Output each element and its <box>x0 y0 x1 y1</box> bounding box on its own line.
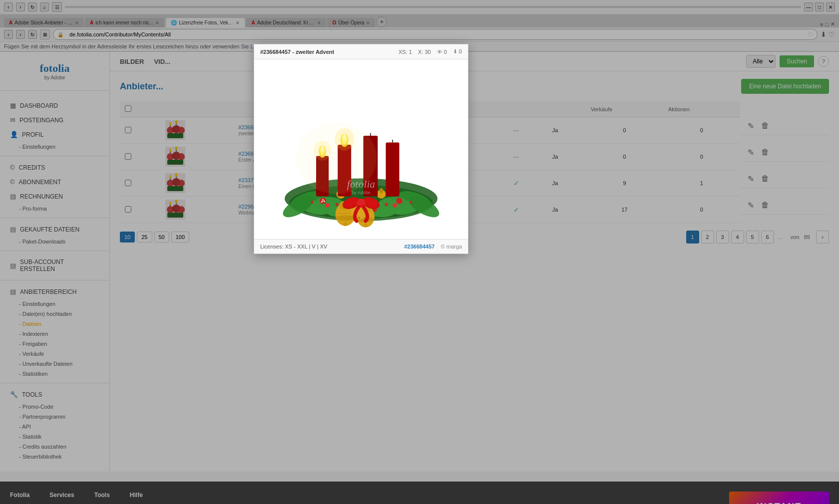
preview-footer: Licenses: XS - XXL | V | XV #236684457 ©… <box>254 239 468 253</box>
svg-point-82 <box>380 188 383 193</box>
svg-point-73 <box>358 217 360 219</box>
svg-point-50 <box>325 203 330 208</box>
svg-text:fotolia: fotolia <box>347 178 375 190</box>
advent-wreath-svg: ★ ★ ★ ★ ★ <box>271 64 451 234</box>
svg-point-52 <box>393 203 397 208</box>
preview-id-title: #236684457 - zweiter Advent <box>260 49 334 55</box>
preview-footer-right: #236684457 © marga <box>404 244 462 250</box>
svg-point-57 <box>324 201 325 202</box>
preview-downloads: ⬇ 0 <box>453 48 462 55</box>
svg-rect-87 <box>386 143 400 197</box>
svg-point-70 <box>364 224 367 227</box>
svg-text:by Adobe: by Adobe <box>352 190 371 195</box>
preview-footer-left: Licenses: XS - XXL | V | XV <box>260 244 327 250</box>
svg-text:★: ★ <box>310 199 315 205</box>
preview-file-id: #236684457 <box>404 244 434 250</box>
preview-popup: #236684457 - zweiter Advent XS: 1 X: 30 … <box>254 44 468 254</box>
preview-header-id: #236684457 - zweiter Advent <box>260 49 334 55</box>
preview-image-area: ★ ★ ★ ★ ★ <box>254 59 468 239</box>
svg-point-55 <box>322 199 324 201</box>
svg-text:★: ★ <box>409 199 414 205</box>
preview-views: 👁 0 <box>437 49 447 55</box>
svg-point-66 <box>344 223 347 226</box>
svg-point-51 <box>396 198 403 204</box>
preview-header: #236684457 - zweiter Advent XS: 1 X: 30 … <box>254 44 468 59</box>
preview-header-meta: XS: 1 X: 30 👁 0 ⬇ 0 <box>399 48 462 55</box>
svg-text:★: ★ <box>384 201 390 208</box>
svg-point-65 <box>336 215 356 221</box>
preview-xs-label: XS: 1 <box>399 49 412 55</box>
preview-copyright: © marga <box>441 244 462 250</box>
svg-point-56 <box>321 201 323 203</box>
preview-x-label: X: 30 <box>418 49 431 55</box>
svg-point-49 <box>320 198 326 204</box>
preview-licenses: Licenses: XS - XXL | V | XV <box>260 244 327 250</box>
